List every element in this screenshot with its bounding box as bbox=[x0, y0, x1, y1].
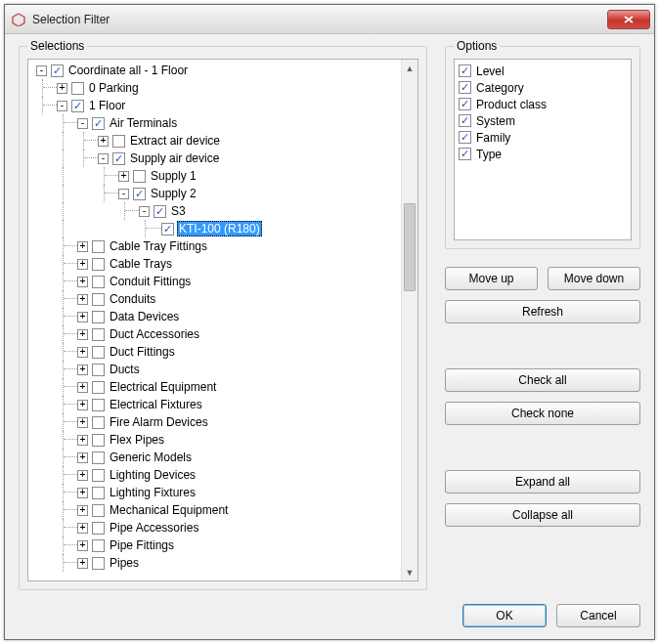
collapse-icon[interactable]: - bbox=[139, 206, 150, 217]
tree-row[interactable]: +Duct Fittings bbox=[30, 343, 401, 361]
tree-row[interactable]: +Lighting Devices bbox=[30, 466, 401, 484]
tree-label[interactable]: Conduit Fittings bbox=[108, 275, 193, 288]
collapse-all-button[interactable]: Collapse all bbox=[445, 503, 640, 527]
tree-row[interactable]: +Pipe Fittings bbox=[30, 537, 401, 554]
tree-label[interactable]: KTI-100 (R180) bbox=[177, 221, 262, 236]
tree-row[interactable]: +Mechanical Equipment bbox=[30, 501, 401, 519]
tree-label[interactable]: Pipe Fittings bbox=[108, 538, 176, 552]
tree-row[interactable]: +Conduit Fittings bbox=[30, 273, 401, 290]
checkbox[interactable] bbox=[92, 399, 105, 411]
tree-label[interactable]: Pipes bbox=[108, 556, 141, 570]
tree-row[interactable]: - S3 bbox=[30, 202, 401, 220]
expand-icon[interactable]: + bbox=[77, 382, 88, 393]
checkbox[interactable] bbox=[92, 416, 105, 429]
checkbox[interactable] bbox=[154, 205, 166, 218]
tree-row-selected[interactable]: KTI-100 (R180) bbox=[30, 220, 401, 237]
tree-label[interactable]: Supply 2 bbox=[149, 187, 198, 200]
cancel-button[interactable]: Cancel bbox=[556, 604, 640, 627]
move-down-button[interactable]: Move down bbox=[548, 267, 640, 290]
tree-label[interactable]: Air Terminals bbox=[108, 116, 179, 130]
expand-icon[interactable]: + bbox=[77, 417, 88, 428]
expand-icon[interactable]: + bbox=[77, 452, 88, 463]
checkbox[interactable] bbox=[92, 504, 105, 517]
expand-icon[interactable]: + bbox=[77, 505, 88, 516]
expand-icon[interactable]: + bbox=[77, 558, 88, 569]
expand-icon[interactable]: + bbox=[57, 83, 67, 94]
expand-icon[interactable]: + bbox=[77, 470, 88, 481]
close-button[interactable] bbox=[607, 10, 650, 29]
tree-row[interactable]: +Flex Pipes bbox=[30, 431, 401, 449]
tree-row[interactable]: - Air Terminals bbox=[30, 114, 401, 132]
collapse-icon[interactable]: - bbox=[57, 101, 67, 111]
expand-all-button[interactable]: Expand all bbox=[445, 470, 640, 494]
refresh-button[interactable]: Refresh bbox=[445, 300, 640, 323]
expand-icon[interactable]: + bbox=[98, 136, 109, 147]
checkbox[interactable] bbox=[133, 170, 146, 183]
checkbox[interactable] bbox=[92, 487, 105, 499]
checkbox[interactable] bbox=[112, 135, 125, 148]
tree-row[interactable]: +Generic Models bbox=[30, 449, 401, 466]
checkbox[interactable] bbox=[92, 240, 105, 253]
scrollbar-track[interactable] bbox=[402, 76, 417, 564]
expand-icon[interactable]: + bbox=[77, 312, 88, 322]
tree-row[interactable]: +Pipes bbox=[30, 554, 401, 572]
tree-label[interactable]: Pipe Accessories bbox=[108, 521, 200, 535]
tree-label[interactable]: Supply air device bbox=[128, 151, 221, 165]
collapse-icon[interactable]: - bbox=[98, 153, 109, 164]
scrollbar-thumb[interactable] bbox=[404, 203, 416, 291]
checkbox[interactable] bbox=[459, 64, 471, 77]
tree-row[interactable]: +Lighting Fixtures bbox=[30, 484, 401, 501]
checkbox[interactable] bbox=[92, 434, 105, 447]
option-row[interactable]: Level bbox=[459, 63, 627, 79]
checkbox[interactable] bbox=[459, 148, 471, 160]
tree-label[interactable]: Conduits bbox=[108, 292, 157, 306]
tree-row[interactable]: +Conduits bbox=[30, 290, 401, 308]
tree-row-root[interactable]: - Coordinate all - 1 Floor bbox=[30, 62, 401, 79]
expand-icon[interactable]: + bbox=[77, 488, 88, 498]
expand-icon[interactable]: + bbox=[77, 277, 88, 287]
tree-row[interactable]: + Supply 1 bbox=[30, 167, 401, 185]
expand-icon[interactable]: + bbox=[118, 171, 129, 182]
tree-row[interactable]: +Electrical Equipment bbox=[30, 378, 401, 396]
tree-row[interactable]: +Data Devices bbox=[30, 308, 401, 325]
expand-icon[interactable]: + bbox=[77, 523, 88, 534]
tree-label[interactable]: Electrical Equipment bbox=[108, 380, 218, 394]
tree-label[interactable]: Lighting Fixtures bbox=[108, 486, 198, 499]
option-row[interactable]: Family bbox=[459, 129, 627, 146]
tree-row[interactable]: +Cable Trays bbox=[30, 255, 401, 273]
checkbox[interactable] bbox=[71, 82, 84, 95]
expand-icon[interactable]: + bbox=[77, 329, 88, 340]
checkbox[interactable] bbox=[92, 346, 105, 359]
tree-label[interactable]: Fire Alarm Devices bbox=[108, 415, 210, 429]
collapse-icon[interactable]: - bbox=[118, 189, 129, 199]
checkbox[interactable] bbox=[92, 117, 105, 130]
checkbox[interactable] bbox=[71, 100, 84, 112]
tree-label[interactable]: Duct Fittings bbox=[108, 345, 177, 359]
checkbox[interactable] bbox=[92, 276, 105, 288]
checkbox[interactable] bbox=[459, 131, 471, 144]
checkbox[interactable] bbox=[459, 114, 471, 127]
tree-row[interactable]: - 1 Floor bbox=[30, 97, 401, 114]
selections-tree[interactable]: - Coordinate all - 1 Floor + 0 Parking bbox=[27, 59, 418, 581]
option-row[interactable]: System bbox=[459, 112, 627, 129]
tree-label[interactable]: Cable Trays bbox=[108, 257, 174, 271]
option-label[interactable]: Type bbox=[474, 148, 504, 161]
tree-row[interactable]: +Electrical Fixtures bbox=[30, 396, 401, 413]
tree-row[interactable]: + 0 Parking bbox=[30, 79, 401, 97]
tree-row[interactable]: +Cable Tray Fittings bbox=[30, 237, 401, 255]
option-label[interactable]: Family bbox=[474, 131, 512, 145]
checkbox[interactable] bbox=[459, 98, 471, 110]
tree-label[interactable]: Duct Accessories bbox=[108, 327, 201, 341]
collapse-icon[interactable]: - bbox=[77, 118, 88, 129]
checkbox[interactable] bbox=[92, 381, 105, 394]
checkbox[interactable] bbox=[459, 81, 471, 94]
option-row[interactable]: Category bbox=[459, 79, 627, 96]
move-up-button[interactable]: Move up bbox=[445, 267, 538, 290]
option-label[interactable]: Category bbox=[474, 81, 526, 95]
expand-icon[interactable]: + bbox=[77, 347, 88, 358]
tree-label[interactable]: Coordinate all - 1 Floor bbox=[66, 64, 190, 77]
expand-icon[interactable]: + bbox=[77, 540, 88, 551]
scrollbar-vertical[interactable]: ▲ ▼ bbox=[401, 60, 417, 580]
options-list[interactable]: LevelCategoryProduct classSystemFamilyTy… bbox=[454, 59, 632, 240]
checkbox[interactable] bbox=[133, 188, 146, 200]
